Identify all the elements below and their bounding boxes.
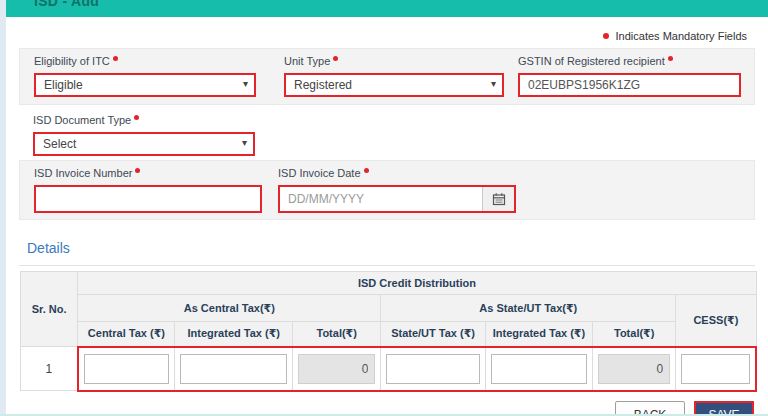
unit-type-select[interactable]: Registered ▾ [284,73,504,97]
gstin-label: GSTIN of Registered recipient [518,54,741,68]
state-ut-tax-input[interactable] [386,354,479,384]
unit-type-label: Unit Type [284,54,504,68]
mandatory-dot-icon [603,33,609,39]
details-heading: Details [27,240,755,256]
integrated-tax-central-cell [175,347,293,391]
central-tax-cell [78,347,175,391]
cess-cell [676,347,756,391]
eligibility-selected-value: Eligible [44,78,83,92]
form-row-3: ISD Invoice Number ISD Invoice Date [19,160,755,220]
col-header-total-state: Total(₹) [593,322,676,347]
integrated-tax-state-cell [485,347,592,391]
mandatory-dot-icon [134,115,139,120]
integrated-tax-central-input[interactable] [180,354,287,384]
section-title-bar: ISD - Add [6,0,768,17]
invoice-number-input[interactable] [34,185,262,213]
form-row-2: ISD Document Type Select ▾ [19,105,755,160]
invoice-number-field-group: ISD Invoice Number [34,166,262,213]
gstin-input[interactable] [518,73,741,97]
central-tax-input[interactable] [84,354,170,384]
unit-type-selected-value: Registered [294,78,352,92]
total-central-cell [293,347,381,391]
form-content: Indicates Mandatory Fields Eligibility o… [6,17,768,416]
page-title: ISD - Add [34,0,768,9]
col-header-central-tax: Central Tax (₹) [78,322,175,347]
chevron-down-icon: ▾ [243,78,248,89]
col-header-state-ut-tax: State/UT Tax (₹) [381,322,485,347]
invoice-date-field-group: ISD Invoice Date [278,166,516,213]
col-header-isd-credit-distribution: ISD Credit Distribution [78,272,756,295]
total-central-input [298,354,375,384]
doc-type-select[interactable]: Select ▾ [33,132,255,156]
mandatory-dot-icon [668,56,673,61]
col-header-total-central: Total(₹) [293,322,381,347]
calendar-icon [492,192,506,206]
mandatory-dot-icon [135,168,140,173]
page-left-margin-strip [0,0,6,416]
row-sr-no: 1 [21,347,78,391]
mandatory-dot-icon [113,56,118,61]
gstin-field-group: GSTIN of Registered recipient [518,54,741,97]
cess-input[interactable] [681,354,750,384]
eligibility-select[interactable]: Eligible ▾ [34,73,256,97]
chevron-down-icon: ▾ [242,137,247,148]
date-picker-button[interactable] [482,187,514,211]
col-header-sr-no: Sr. No. [21,272,78,347]
state-ut-tax-cell [381,347,485,391]
doc-type-selected-value: Select [43,137,76,151]
total-state-cell [593,347,676,391]
doc-type-field-group: ISD Document Type Select ▾ [33,113,255,156]
col-header-as-state-ut-tax: As State/UT Tax(₹) [381,295,676,322]
isd-add-page: ISD - Add Indicates Mandatory Fields Eli… [0,0,768,416]
col-header-cess: CESS(₹) [676,295,756,347]
unit-type-field-group: Unit Type Registered ▾ [284,54,504,97]
eligibility-label: Eligibility of ITC [34,54,256,68]
form-row-1: Eligibility of ITC Eligible ▾ Unit Type … [19,48,755,105]
total-state-input [598,354,670,384]
mandatory-dot-icon [333,56,338,61]
mandatory-note-text: Indicates Mandatory Fields [616,30,747,42]
integrated-tax-state-input[interactable] [491,354,587,384]
invoice-date-label: ISD Invoice Date [278,166,516,180]
mandatory-dot-icon [364,168,369,173]
eligibility-field-group: Eligibility of ITC Eligible ▾ [34,54,256,97]
chevron-down-icon: ▾ [491,78,496,89]
mandatory-note: Indicates Mandatory Fields [19,17,755,48]
col-header-integrated-tax-central: Integrated Tax (₹) [175,322,293,347]
invoice-date-input[interactable] [280,187,482,211]
table-row: 1 [21,347,757,391]
isd-credit-distribution-table: Sr. No. ISD Credit Distribution As Centr… [20,271,757,392]
invoice-date-group [278,185,516,213]
section-divider [19,265,755,266]
col-header-integrated-tax-state: Integrated Tax (₹) [485,322,592,347]
invoice-number-label: ISD Invoice Number [34,166,262,180]
col-header-as-central-tax: As Central Tax(₹) [78,295,381,322]
doc-type-label: ISD Document Type [33,113,255,127]
